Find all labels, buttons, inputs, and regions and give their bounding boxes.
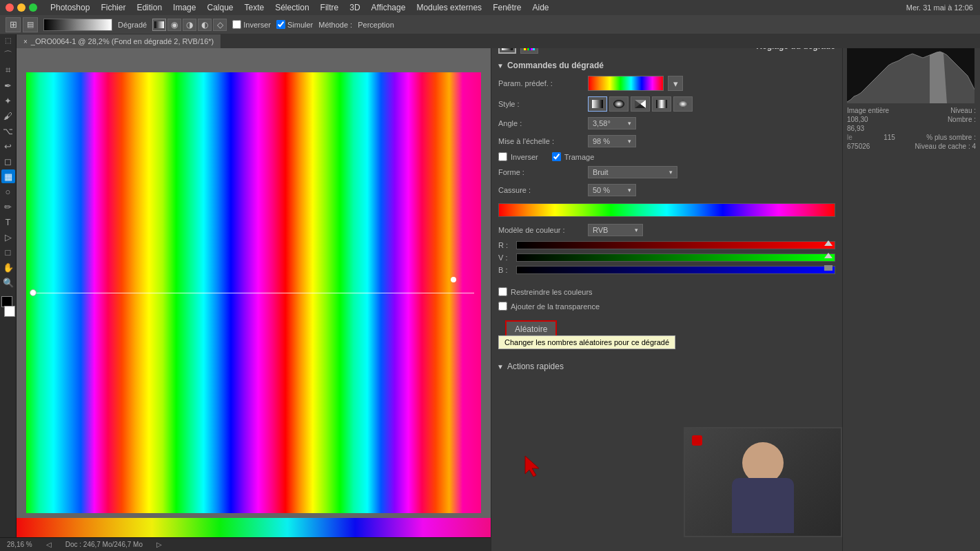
history-tool[interactable]: ↩ bbox=[1, 139, 15, 153]
toolbar-style-btn1[interactable]: ▤ bbox=[23, 17, 38, 32]
selection-tool[interactable]: ⬚ bbox=[1, 33, 15, 47]
echelle-input[interactable]: 98 % ▾ bbox=[588, 135, 636, 147]
lasso-tool[interactable]: ⌒ bbox=[1, 48, 15, 62]
menu-calque[interactable]: Calque bbox=[202, 1, 238, 14]
forme-dropdown[interactable]: Bruit ▾ bbox=[588, 166, 677, 178]
gradient-preset-picker[interactable] bbox=[588, 76, 664, 91]
param-predef-control: ▾ bbox=[588, 76, 835, 91]
stat-cache: Niveau de cache : 4 bbox=[915, 143, 976, 150]
v-label: V : bbox=[498, 253, 512, 262]
healing-tool[interactable]: ✦ bbox=[1, 94, 15, 107]
dodge-tool[interactable]: ○ bbox=[1, 185, 15, 198]
color-swatches[interactable] bbox=[1, 296, 15, 317]
forme-row: Forme : Bruit ▾ bbox=[491, 163, 842, 181]
style-radial-btn[interactable] bbox=[609, 96, 629, 112]
close-button[interactable] bbox=[6, 3, 14, 12]
svg-point-9 bbox=[613, 100, 624, 108]
file-tab-active[interactable]: × _ORO0064-1 @ 28,2% (Fond en dégradé 2,… bbox=[17, 34, 221, 48]
param-predef-row: Param. prédef. : ▾ bbox=[491, 73, 842, 94]
histogram-stats: Image entière Niveau : 108,30 Nombre : 8… bbox=[847, 106, 976, 151]
simulate-checkbox[interactable] bbox=[276, 20, 285, 29]
gradient-tool[interactable]: ▦ bbox=[1, 169, 15, 183]
hand-tool[interactable]: ✋ bbox=[1, 260, 15, 274]
nav-arrow-left[interactable]: ◁ bbox=[46, 541, 52, 548]
restreindre-checkbox[interactable] bbox=[498, 287, 507, 296]
menu-affichage[interactable]: Affichage bbox=[367, 1, 411, 14]
menu-image[interactable]: Image bbox=[168, 1, 201, 14]
canvas-area[interactable] bbox=[17, 48, 491, 537]
shape-tool[interactable]: □ bbox=[1, 245, 15, 259]
invert-checkbox[interactable] bbox=[232, 20, 241, 29]
menu-fenetre[interactable]: Fenêtre bbox=[488, 1, 526, 14]
menu-3d[interactable]: 3D bbox=[345, 1, 365, 14]
menu-edition[interactable]: Edition bbox=[132, 1, 167, 14]
path-select-tool[interactable]: ▷ bbox=[1, 230, 15, 244]
cassure-dropdown-icon[interactable]: ▾ bbox=[628, 187, 631, 194]
style-diamond-btn[interactable] bbox=[673, 96, 693, 112]
ajouter-checkbox[interactable] bbox=[498, 302, 507, 311]
section-commandes[interactable]: ▼ Commandes du dégradé bbox=[491, 58, 842, 73]
menu-photoshop[interactable]: Photoshop bbox=[45, 1, 94, 14]
b-slider[interactable] bbox=[516, 266, 835, 274]
angle-input[interactable]: 3,58° ▾ bbox=[588, 117, 636, 129]
eraser-tool[interactable]: ◻ bbox=[1, 154, 15, 168]
brush-tool[interactable]: 🖌 bbox=[1, 109, 15, 123]
simulate-checkbox-group: Simuler bbox=[276, 20, 313, 29]
v-slider[interactable] bbox=[516, 253, 835, 262]
preset-dropdown-btn[interactable]: ▾ bbox=[668, 76, 683, 91]
gradient-endpoint-left[interactable] bbox=[30, 289, 37, 296]
echelle-dropdown-icon[interactable]: ▾ bbox=[628, 138, 631, 145]
nav-arrow-right[interactable]: ▷ bbox=[156, 541, 162, 548]
file-tab-bar: × _ORO0064-1 @ 28,2% (Fond en dégradé 2,… bbox=[17, 34, 980, 48]
actions-section[interactable]: ▼ Actions rapides bbox=[491, 359, 842, 374]
gradient-shape-buttons: ◉ ◑ ◐ ◇ bbox=[152, 19, 227, 31]
eyedropper-tool[interactable]: ✒ bbox=[1, 79, 15, 92]
actions-chevron-icon: ▼ bbox=[497, 363, 504, 371]
menu-filtre[interactable]: Filtre bbox=[316, 1, 344, 14]
gradient-diamond-btn[interactable]: ◇ bbox=[213, 19, 227, 31]
menu-selection[interactable]: Sélection bbox=[270, 1, 314, 14]
tool-selector[interactable]: ⊞ bbox=[6, 17, 21, 32]
inverser-checkbox[interactable] bbox=[498, 152, 507, 161]
restreindre-item: Restreindre les couleurs bbox=[498, 287, 835, 296]
tramage-checkbox[interactable] bbox=[552, 152, 561, 161]
histogram-canvas bbox=[847, 48, 974, 103]
pen-tool[interactable]: ✏ bbox=[1, 200, 15, 214]
gradient-preview-toolbar[interactable] bbox=[43, 19, 112, 31]
aleatoire-button[interactable]: Aléatoire bbox=[505, 320, 557, 338]
style-angular-btn[interactable] bbox=[631, 96, 650, 112]
menu-fichier[interactable]: Fichier bbox=[96, 1, 130, 14]
text-tool[interactable]: T bbox=[1, 215, 15, 229]
r-slider[interactable] bbox=[516, 241, 835, 249]
tab-close-x[interactable]: × bbox=[23, 38, 28, 45]
canvas-image[interactable] bbox=[26, 72, 481, 513]
restreindre-section: Restreindre les couleurs bbox=[491, 284, 842, 299]
style-reflected-btn[interactable] bbox=[652, 96, 671, 112]
chevron-icon: ▼ bbox=[497, 62, 504, 70]
menu-aide[interactable]: Aide bbox=[527, 1, 553, 14]
stat-intervalle: 86,93 bbox=[847, 125, 864, 132]
cassure-input[interactable]: 50 % ▾ bbox=[588, 184, 636, 196]
color-gradient-bar[interactable] bbox=[498, 203, 835, 217]
window-controls[interactable] bbox=[6, 3, 37, 12]
menu-modules[interactable]: Modules externes bbox=[411, 1, 487, 14]
minimize-button[interactable] bbox=[17, 3, 25, 12]
style-linear-btn[interactable] bbox=[588, 96, 607, 112]
menu-texte[interactable]: Texte bbox=[240, 1, 269, 14]
b-slider-row: B : bbox=[491, 264, 842, 276]
clone-tool[interactable]: ⌥ bbox=[1, 124, 15, 138]
zoom-tool[interactable]: 🔍 bbox=[1, 276, 15, 289]
gradient-reflected-btn[interactable]: ◐ bbox=[198, 19, 212, 31]
style-row: Style : bbox=[491, 94, 842, 114]
svg-marker-15 bbox=[677, 100, 688, 108]
maximize-button[interactable] bbox=[29, 3, 37, 12]
gradient-radial-btn[interactable]: ◉ bbox=[167, 19, 181, 31]
doc-info: Doc : 246,7 Mo/246,7 Mo bbox=[65, 541, 143, 548]
angle-dropdown-icon[interactable]: ▾ bbox=[628, 120, 631, 127]
gradient-linear-btn[interactable] bbox=[152, 19, 166, 31]
gradient-angular-btn[interactable]: ◑ bbox=[183, 19, 196, 31]
restreindre-label: Restreindre les couleurs bbox=[511, 288, 593, 296]
color-model-select[interactable]: RVB ▾ bbox=[588, 224, 643, 236]
gradient-endpoint-right[interactable] bbox=[451, 277, 456, 282]
crop-tool[interactable]: ⌗ bbox=[1, 63, 15, 77]
